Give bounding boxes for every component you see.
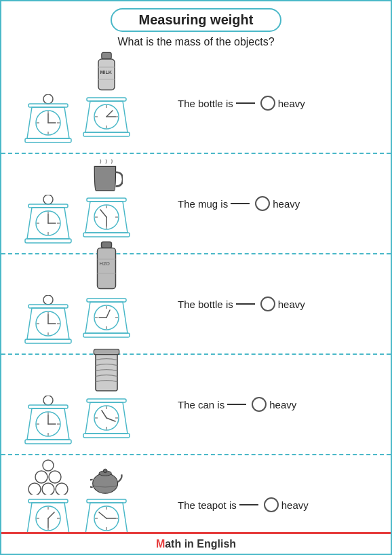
blank-line-4 bbox=[227, 404, 246, 405]
scales-group-bottle-small: H2O bbox=[22, 259, 171, 349]
svg-point-112 bbox=[93, 474, 118, 494]
label-can: The can is heavy bbox=[171, 397, 377, 412]
subtitle: What is the mass of the objects? bbox=[1, 36, 391, 48]
svg-text:H2O: H2O bbox=[100, 261, 111, 267]
svg-point-97 bbox=[42, 483, 54, 495]
svg-rect-57 bbox=[25, 339, 71, 343]
svg-rect-83 bbox=[25, 440, 71, 444]
title-box: Measuring weight bbox=[111, 8, 282, 32]
circle-check-3[interactable] bbox=[260, 296, 275, 311]
svg-rect-10 bbox=[25, 138, 71, 142]
footer-brand: ath in English bbox=[165, 538, 236, 550]
label-bottle-small: The bottle is heavy bbox=[171, 296, 377, 311]
item-scale-bottle-large: MILK bbox=[80, 58, 133, 149]
blank-line-5 bbox=[239, 504, 258, 505]
reference-scale bbox=[22, 94, 75, 149]
item-scale-can bbox=[80, 359, 133, 450]
item-scale-bottle-small: H2O bbox=[80, 259, 133, 349]
svg-rect-95 bbox=[83, 434, 130, 438]
svg-point-100 bbox=[49, 471, 61, 483]
reference-scale-can bbox=[22, 396, 75, 450]
svg-point-47 bbox=[43, 295, 53, 305]
label-teapot: The teapot is heavy bbox=[171, 497, 377, 512]
scales-group-can bbox=[22, 359, 171, 450]
svg-rect-59 bbox=[98, 248, 116, 289]
svg-point-0 bbox=[43, 94, 53, 104]
svg-point-101 bbox=[43, 460, 54, 471]
section-bottle-large: MILK The bottle is heavy bbox=[1, 54, 391, 154]
section-mug: The mug is heavy bbox=[1, 154, 391, 254]
scales-group-mug bbox=[22, 158, 171, 249]
footer-m: M bbox=[156, 538, 165, 550]
svg-point-98 bbox=[56, 483, 68, 495]
svg-point-96 bbox=[28, 483, 41, 495]
page-title: Measuring weight bbox=[139, 12, 254, 27]
circle-check-2[interactable] bbox=[255, 196, 270, 211]
svg-rect-36 bbox=[25, 239, 71, 243]
svg-rect-72 bbox=[83, 333, 130, 337]
svg-text:MILK: MILK bbox=[100, 69, 112, 75]
circle-check[interactable] bbox=[260, 96, 275, 111]
reference-scale-mug bbox=[22, 195, 75, 249]
scales-group: MILK bbox=[22, 58, 171, 149]
svg-rect-11 bbox=[102, 52, 111, 59]
svg-point-73 bbox=[43, 396, 53, 405]
circle-check-5[interactable] bbox=[264, 497, 279, 512]
blank-line-3 bbox=[236, 303, 255, 305]
footer: Math in English bbox=[1, 532, 391, 554]
svg-rect-46 bbox=[83, 233, 130, 237]
svg-rect-25 bbox=[83, 132, 130, 136]
blank-line bbox=[236, 102, 255, 104]
blank-line-2 bbox=[231, 203, 250, 204]
svg-point-114 bbox=[103, 469, 107, 473]
label-bottle-large: The bottle is heavy bbox=[171, 96, 377, 111]
svg-rect-85 bbox=[94, 349, 119, 354]
title-bar: Measuring weight bbox=[1, 1, 391, 36]
reference-scale-bottle-small bbox=[22, 295, 75, 349]
svg-point-26 bbox=[43, 195, 53, 204]
circle-check-4[interactable] bbox=[252, 397, 267, 412]
section-can: The can is heavy bbox=[1, 355, 391, 455]
item-scale-mug bbox=[80, 158, 133, 249]
section-bottle-small: H2O The bottle is heavy bbox=[1, 254, 391, 355]
svg-point-99 bbox=[35, 471, 47, 483]
label-mug: The mug is heavy bbox=[171, 196, 377, 211]
svg-rect-58 bbox=[102, 242, 112, 248]
